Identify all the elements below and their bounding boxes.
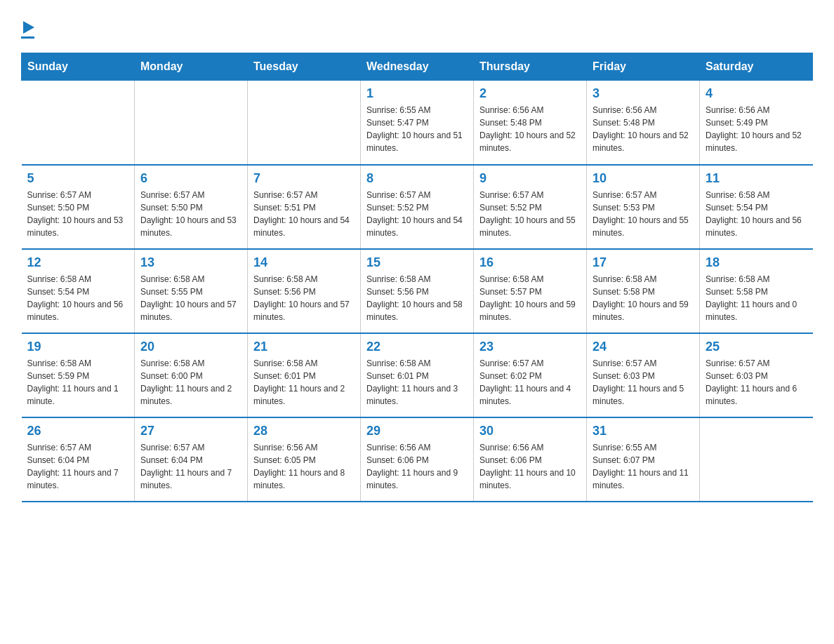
calendar-cell: 21Sunrise: 6:58 AM Sunset: 6:01 PM Dayli… xyxy=(248,333,361,417)
calendar-cell: 27Sunrise: 6:57 AM Sunset: 6:04 PM Dayli… xyxy=(135,417,248,502)
calendar-cell: 30Sunrise: 6:56 AM Sunset: 6:06 PM Dayli… xyxy=(474,417,587,502)
day-info: Sunrise: 6:57 AM Sunset: 5:50 PM Dayligh… xyxy=(140,189,241,239)
calendar-week-row: 19Sunrise: 6:58 AM Sunset: 5:59 PM Dayli… xyxy=(22,333,813,417)
column-header-sunday: Sunday xyxy=(22,53,135,81)
column-header-saturday: Saturday xyxy=(700,53,813,81)
calendar-cell: 28Sunrise: 6:56 AM Sunset: 6:05 PM Dayli… xyxy=(248,417,361,502)
column-header-friday: Friday xyxy=(587,53,700,81)
day-info: Sunrise: 6:56 AM Sunset: 6:06 PM Dayligh… xyxy=(366,441,468,492)
calendar-cell xyxy=(22,81,135,165)
calendar-cell: 7Sunrise: 6:57 AM Sunset: 5:51 PM Daylig… xyxy=(248,165,361,249)
day-info: Sunrise: 6:58 AM Sunset: 5:58 PM Dayligh… xyxy=(706,273,807,323)
day-info: Sunrise: 6:58 AM Sunset: 5:58 PM Dayligh… xyxy=(593,273,694,323)
day-info: Sunrise: 6:57 AM Sunset: 5:53 PM Dayligh… xyxy=(593,189,694,239)
day-number: 23 xyxy=(479,340,581,354)
day-number: 1 xyxy=(366,86,468,101)
day-info: Sunrise: 6:57 AM Sunset: 6:03 PM Dayligh… xyxy=(706,357,807,408)
day-info: Sunrise: 6:58 AM Sunset: 5:56 PM Dayligh… xyxy=(366,273,468,323)
page-header xyxy=(21,14,813,39)
calendar-table: SundayMondayTuesdayWednesdayThursdayFrid… xyxy=(21,53,813,502)
day-number: 7 xyxy=(253,171,355,186)
day-number: 8 xyxy=(366,171,468,186)
calendar-header-row: SundayMondayTuesdayWednesdayThursdayFrid… xyxy=(22,53,813,81)
calendar-cell: 16Sunrise: 6:58 AM Sunset: 5:57 PM Dayli… xyxy=(474,249,587,333)
day-info: Sunrise: 6:58 AM Sunset: 5:57 PM Dayligh… xyxy=(479,273,581,323)
calendar-cell: 5Sunrise: 6:57 AM Sunset: 5:50 PM Daylig… xyxy=(22,165,135,249)
day-number: 20 xyxy=(140,340,241,354)
day-number: 9 xyxy=(479,171,581,186)
day-number: 25 xyxy=(706,340,807,354)
day-info: Sunrise: 6:58 AM Sunset: 5:55 PM Dayligh… xyxy=(140,273,241,323)
calendar-cell: 8Sunrise: 6:57 AM Sunset: 5:52 PM Daylig… xyxy=(361,165,474,249)
day-number: 17 xyxy=(593,255,694,270)
day-number: 3 xyxy=(593,86,694,101)
day-number: 31 xyxy=(593,424,694,438)
calendar-week-row: 5Sunrise: 6:57 AM Sunset: 5:50 PM Daylig… xyxy=(22,165,813,249)
day-info: Sunrise: 6:57 AM Sunset: 5:51 PM Dayligh… xyxy=(253,189,355,239)
day-info: Sunrise: 6:57 AM Sunset: 5:50 PM Dayligh… xyxy=(27,189,129,239)
day-info: Sunrise: 6:58 AM Sunset: 5:59 PM Dayligh… xyxy=(27,357,129,408)
calendar-cell: 12Sunrise: 6:58 AM Sunset: 5:54 PM Dayli… xyxy=(22,249,135,333)
day-info: Sunrise: 6:56 AM Sunset: 5:49 PM Dayligh… xyxy=(706,104,807,154)
calendar-cell: 22Sunrise: 6:58 AM Sunset: 6:01 PM Dayli… xyxy=(361,333,474,417)
day-info: Sunrise: 6:58 AM Sunset: 6:01 PM Dayligh… xyxy=(366,357,468,408)
day-number: 19 xyxy=(27,340,129,354)
calendar-cell: 15Sunrise: 6:58 AM Sunset: 5:56 PM Dayli… xyxy=(361,249,474,333)
day-info: Sunrise: 6:56 AM Sunset: 6:06 PM Dayligh… xyxy=(479,441,581,492)
day-number: 30 xyxy=(479,424,581,438)
day-number: 22 xyxy=(366,340,468,354)
calendar-cell: 18Sunrise: 6:58 AM Sunset: 5:58 PM Dayli… xyxy=(700,249,813,333)
calendar-cell: 26Sunrise: 6:57 AM Sunset: 6:04 PM Dayli… xyxy=(22,417,135,502)
calendar-cell xyxy=(700,417,813,502)
day-info: Sunrise: 6:57 AM Sunset: 6:04 PM Dayligh… xyxy=(140,441,241,492)
day-number: 18 xyxy=(706,255,807,270)
calendar-cell: 25Sunrise: 6:57 AM Sunset: 6:03 PM Dayli… xyxy=(700,333,813,417)
day-info: Sunrise: 6:58 AM Sunset: 5:56 PM Dayligh… xyxy=(253,273,355,323)
day-number: 27 xyxy=(140,424,241,438)
calendar-cell: 10Sunrise: 6:57 AM Sunset: 5:53 PM Dayli… xyxy=(587,165,700,249)
calendar-cell: 6Sunrise: 6:57 AM Sunset: 5:50 PM Daylig… xyxy=(135,165,248,249)
calendar-cell xyxy=(135,81,248,165)
day-info: Sunrise: 6:58 AM Sunset: 6:01 PM Dayligh… xyxy=(253,357,355,408)
calendar-cell: 29Sunrise: 6:56 AM Sunset: 6:06 PM Dayli… xyxy=(361,417,474,502)
day-info: Sunrise: 6:55 AM Sunset: 6:07 PM Dayligh… xyxy=(593,441,694,492)
calendar-cell: 11Sunrise: 6:58 AM Sunset: 5:54 PM Dayli… xyxy=(700,165,813,249)
calendar-week-row: 12Sunrise: 6:58 AM Sunset: 5:54 PM Dayli… xyxy=(22,249,813,333)
calendar-cell: 14Sunrise: 6:58 AM Sunset: 5:56 PM Dayli… xyxy=(248,249,361,333)
day-number: 4 xyxy=(706,86,807,101)
logo xyxy=(21,14,34,39)
calendar-cell xyxy=(248,81,361,165)
day-info: Sunrise: 6:57 AM Sunset: 6:04 PM Dayligh… xyxy=(27,441,129,492)
day-number: 10 xyxy=(593,171,694,186)
calendar-cell: 1Sunrise: 6:55 AM Sunset: 5:47 PM Daylig… xyxy=(361,81,474,165)
calendar-cell: 31Sunrise: 6:55 AM Sunset: 6:07 PM Dayli… xyxy=(587,417,700,502)
day-number: 15 xyxy=(366,255,468,270)
calendar-cell: 19Sunrise: 6:58 AM Sunset: 5:59 PM Dayli… xyxy=(22,333,135,417)
day-info: Sunrise: 6:57 AM Sunset: 5:52 PM Dayligh… xyxy=(479,189,581,239)
calendar-cell: 9Sunrise: 6:57 AM Sunset: 5:52 PM Daylig… xyxy=(474,165,587,249)
calendar-week-row: 26Sunrise: 6:57 AM Sunset: 6:04 PM Dayli… xyxy=(22,417,813,502)
calendar-cell: 4Sunrise: 6:56 AM Sunset: 5:49 PM Daylig… xyxy=(700,81,813,165)
day-number: 28 xyxy=(253,424,355,438)
day-info: Sunrise: 6:56 AM Sunset: 5:48 PM Dayligh… xyxy=(479,104,581,154)
calendar-cell: 24Sunrise: 6:57 AM Sunset: 6:03 PM Dayli… xyxy=(587,333,700,417)
day-number: 2 xyxy=(479,86,581,101)
day-number: 21 xyxy=(253,340,355,354)
day-info: Sunrise: 6:56 AM Sunset: 6:05 PM Dayligh… xyxy=(253,441,355,492)
day-number: 24 xyxy=(593,340,694,354)
day-number: 6 xyxy=(140,171,241,186)
day-info: Sunrise: 6:58 AM Sunset: 5:54 PM Dayligh… xyxy=(706,189,807,239)
logo-underline xyxy=(21,36,34,39)
day-number: 16 xyxy=(479,255,581,270)
calendar-cell: 17Sunrise: 6:58 AM Sunset: 5:58 PM Dayli… xyxy=(587,249,700,333)
day-number: 29 xyxy=(366,424,468,438)
day-number: 13 xyxy=(140,255,241,270)
calendar-cell: 13Sunrise: 6:58 AM Sunset: 5:55 PM Dayli… xyxy=(135,249,248,333)
day-info: Sunrise: 6:58 AM Sunset: 6:00 PM Dayligh… xyxy=(140,357,241,408)
column-header-monday: Monday xyxy=(135,53,248,81)
day-number: 12 xyxy=(27,255,129,270)
day-number: 11 xyxy=(706,171,807,186)
logo-triangle-icon xyxy=(23,21,34,34)
column-header-wednesday: Wednesday xyxy=(361,53,474,81)
day-number: 14 xyxy=(253,255,355,270)
